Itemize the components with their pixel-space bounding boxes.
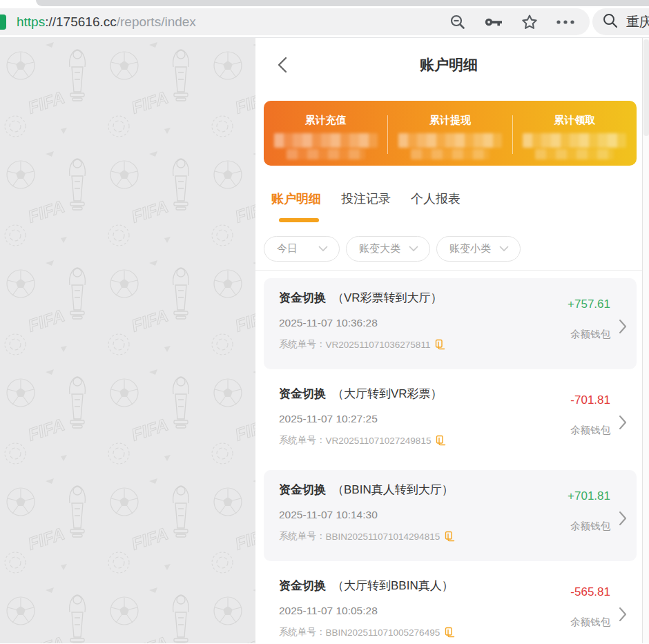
transaction-type: 资金切换 [279,291,326,304]
filter-minor-type-dropdown[interactable]: 账变小类 [436,236,521,262]
transaction-list: 资金切换（VR彩票转到大厅） 2025-11-07 10:36:28 系统单号：… [255,271,642,644]
search-icon [602,12,619,32]
transaction-order: 系统单号：BBIN202511071014294815 [279,530,534,543]
blurred-value [398,133,502,159]
chevron-right-icon[interactable] [619,415,627,430]
browser-tab-strip [36,0,649,6]
browser-chrome: https://175616.cc/reports/index [0,0,649,38]
scrollbar-thumb[interactable] [643,39,649,136]
order-label: 系统单号： [279,530,326,543]
transaction-datetime: 2025-11-07 10:05:28 [279,605,534,617]
order-number: VR202511071027249815 [326,436,432,446]
order-number: VR202511071036275811 [326,340,431,350]
search-query-text: 重庆 [626,13,649,31]
summary-card: 累计充值 累计提现 累计领取 [264,101,637,166]
copy-icon[interactable] [435,339,445,350]
star-icon[interactable] [521,13,539,31]
wallet-label: 余额钱包 [570,520,610,533]
transaction-title: 资金切换（VR彩票转到大厅） [279,290,534,306]
summary-total-withdraw: 累计提现 [388,114,512,166]
url-path: /reports/index [117,14,196,30]
more-icon[interactable] [556,19,575,26]
transaction-type: 资金切换 [279,483,326,496]
url-host: 175616.cc [56,14,117,30]
transaction-type: 资金切换 [279,387,326,400]
transaction-detail: （BBIN真人转到大厅） [332,483,454,496]
blurred-value [274,133,378,159]
transaction-item[interactable]: 资金切换（大厅转到VR彩票） 2025-11-07 10:27:25 系统单号：… [264,374,637,465]
transaction-type: 资金切换 [279,579,326,592]
wallet-label: 余额钱包 [570,328,610,341]
summary-label: 累计充值 [264,114,387,127]
order-label: 系统单号： [279,338,326,351]
transaction-amount: +701.81 [568,489,610,503]
filter-bar: 今日 账变大类 账变小类 [255,236,642,262]
copy-icon[interactable] [445,531,455,542]
account-detail-panel: 账户明细 累计充值 累计提现 累计领取 账户明细 投注记录 个人报表 [255,38,642,643]
page-title: 账户明细 [420,55,478,75]
filter-label: 今日 [277,242,298,255]
scrollbar[interactable] [642,38,649,643]
copy-icon[interactable] [436,435,446,446]
key-icon[interactable] [484,14,503,30]
wallet-label: 余额钱包 [570,424,610,437]
zoom-out-icon[interactable] [449,13,467,31]
back-button[interactable] [273,56,291,74]
chevron-right-icon[interactable] [619,607,627,622]
summary-label: 累计提现 [388,114,512,127]
panel-header: 账户明细 [255,38,642,92]
tab-personal-report[interactable]: 个人报表 [411,191,461,207]
transaction-detail: （VR彩票转到大厅） [332,291,443,304]
transaction-item[interactable]: 资金切换（大厅转到BBIN真人） 2025-11-07 10:05:28 系统单… [264,566,637,644]
order-label: 系统单号： [279,434,326,447]
chevron-down-icon [499,246,509,252]
transaction-datetime: 2025-11-07 10:27:25 [279,413,534,425]
summary-total-claim: 累计领取 [513,114,637,166]
blurred-value [523,133,626,159]
transaction-datetime: 2025-11-07 10:14:30 [279,509,534,521]
page: FIFA [0,38,649,643]
filter-label: 账变大类 [359,242,400,255]
summary-total-deposit: 累计充值 [264,114,387,166]
transaction-title: 资金切换（BBIN真人转到大厅） [279,482,534,498]
transaction-detail: （大厅转到BBIN真人） [332,579,454,592]
filter-date-dropdown[interactable]: 今日 [264,236,340,262]
transaction-order: 系统单号：VR202511071036275811 [279,338,534,351]
transaction-item[interactable]: 资金切换（VR彩票转到大厅） 2025-11-07 10:36:28 系统单号：… [264,278,637,369]
url-scheme: https [17,14,45,30]
transaction-datetime: 2025-11-07 10:36:28 [279,317,534,329]
order-number: BBIN202511071005276495 [326,627,440,638]
chevron-down-icon [409,246,418,252]
transaction-detail: （大厅转到VR彩票） [332,387,443,400]
site-icon[interactable] [0,14,6,30]
transaction-order: 系统单号：BBIN202511071005276495 [279,626,534,638]
tab-bet-records[interactable]: 投注记录 [341,191,391,207]
tab-bar: 账户明细 投注记录 个人报表 [255,191,642,207]
transaction-amount: -565.81 [570,585,610,599]
order-number: BBIN202511071014294815 [326,531,440,542]
chevron-right-icon[interactable] [619,319,627,334]
url-separator: :// [45,14,56,30]
transaction-title: 资金切换（大厅转到BBIN真人） [279,578,534,594]
filter-major-type-dropdown[interactable]: 账变大类 [346,236,430,262]
transaction-amount: +757.61 [568,297,610,311]
wallet-label: 余额钱包 [570,616,610,629]
tab-account-detail[interactable]: 账户明细 [271,191,321,207]
active-tab-underline [279,218,319,222]
copy-icon[interactable] [445,627,455,638]
transaction-title: 资金切换（大厅转到VR彩票） [279,386,534,402]
chevron-down-icon [318,246,328,252]
transaction-amount: -701.81 [570,393,610,407]
filter-label: 账变小类 [449,242,491,255]
browser-search-box[interactable]: 重庆 [592,8,649,35]
transaction-item[interactable]: 资金切换（BBIN真人转到大厅） 2025-11-07 10:14:30 系统单… [264,470,637,561]
transaction-order: 系统单号：VR202511071027249815 [279,434,534,447]
summary-label: 累计领取 [513,114,637,127]
chevron-right-icon[interactable] [619,511,627,526]
fifa-watermark-background: FIFA [0,38,255,643]
order-label: 系统单号： [279,626,326,638]
